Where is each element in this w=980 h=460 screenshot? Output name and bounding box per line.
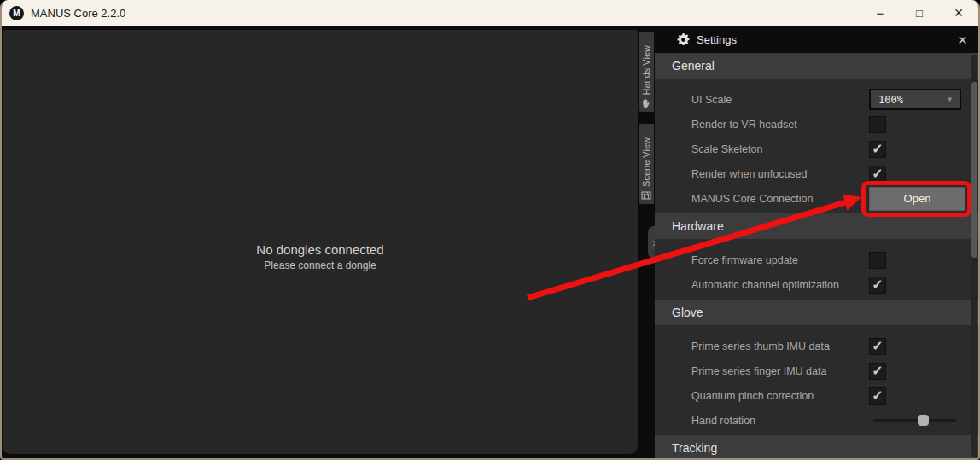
render-unfocused-checkbox[interactable] <box>869 166 886 183</box>
settings-title: Settings <box>697 33 737 46</box>
quantum-pinch-checkbox[interactable] <box>869 387 886 405</box>
no-dongles-message: No dongles connected <box>256 242 383 257</box>
row-scale-skeleton: Scale Skeleton <box>655 137 978 161</box>
settings-header: Settings × <box>655 26 978 53</box>
row-quantum-pinch: Quantum pinch correction <box>655 383 978 408</box>
row-label: Scale Skeleton <box>691 143 869 155</box>
section-header-tracking: Tracking <box>655 435 978 458</box>
main-viewport: No dongles connected Please connect a do… <box>3 30 638 454</box>
force-firmware-checkbox[interactable] <box>869 252 886 269</box>
core-connection-open-button[interactable]: Open <box>869 187 965 211</box>
finger-imu-checkbox[interactable] <box>869 363 886 380</box>
row-label: Prime series thumb IMU data <box>691 341 869 352</box>
app-window: M MANUS Core 2.2.0 − □ × No dongles conn… <box>0 0 980 460</box>
tab-scene-view-label: Scene View <box>641 137 651 187</box>
row-label: Prime series finger IMU data <box>691 365 869 377</box>
window-controls: − □ × <box>860 0 978 26</box>
connect-dongle-hint: Please connect a dongle <box>264 259 376 271</box>
row-thumb-imu: Prime series thumb IMU data <box>655 334 978 358</box>
settings-scrollbar[interactable] <box>971 55 977 457</box>
section-general-rows: UI Scale 100% Render to VR headset Scale… <box>655 79 978 213</box>
row-ui-scale: UI Scale 100% <box>655 87 978 112</box>
row-core-connection: MANUS Core Connection Open <box>655 186 978 211</box>
tab-hands-view[interactable]: Hands View <box>639 32 654 112</box>
row-label: MANUS Core Connection <box>691 193 869 205</box>
content-area: No dongles connected Please connect a do… <box>2 26 978 458</box>
gear-icon <box>677 33 690 46</box>
section-header-glove: Glove <box>655 300 978 325</box>
slider-thumb[interactable] <box>918 415 929 426</box>
ui-scale-value: 100% <box>878 94 903 106</box>
thumb-imu-checkbox[interactable] <box>869 338 886 355</box>
view-tabstrip: Hands View Scene View <box>639 32 654 216</box>
row-render-vr: Render to VR headset <box>655 112 978 137</box>
scrollbar-thumb[interactable] <box>971 82 977 258</box>
tab-hands-view-label: Hands View <box>641 45 651 96</box>
hand-icon <box>641 98 651 108</box>
row-auto-channel: Automatic channel optimization <box>655 272 978 297</box>
section-glove-rows: Prime series thumb IMU data Prime series… <box>655 325 978 435</box>
maximize-button[interactable]: □ <box>900 0 939 26</box>
close-window-button[interactable]: × <box>939 0 978 26</box>
row-label: Quantum pinch correction <box>691 390 869 402</box>
section-hardware-rows: Force firmware update Automatic channel … <box>655 239 978 300</box>
section-header-hardware: Hardware <box>655 213 978 239</box>
row-render-unfocused: Render when unfocused <box>655 161 978 186</box>
ui-scale-dropdown[interactable]: 100% <box>869 89 961 110</box>
row-finger-imu: Prime series finger IMU data <box>655 358 978 383</box>
manus-logo-icon: M <box>9 6 24 20</box>
window-title: MANUS Core 2.2.0 <box>31 7 125 20</box>
row-label: UI Scale <box>691 94 869 106</box>
section-header-general: General <box>655 53 978 79</box>
hand-rotation-slider[interactable] <box>873 415 956 427</box>
auto-channel-checkbox[interactable] <box>869 277 886 294</box>
row-label: Hand rotation <box>691 415 869 427</box>
row-label: Force firmware update <box>691 254 869 266</box>
scale-skeleton-checkbox[interactable] <box>869 141 886 158</box>
row-force-firmware: Force firmware update <box>655 247 978 272</box>
row-hand-rotation: Hand rotation <box>655 408 978 433</box>
render-vr-checkbox[interactable] <box>869 116 886 133</box>
settings-panel: Settings × General UI Scale 100% Render … <box>655 26 978 458</box>
row-label: Render when unfocused <box>691 168 869 180</box>
close-settings-icon[interactable]: × <box>958 32 967 48</box>
titlebar: M MANUS Core 2.2.0 − □ × <box>2 0 978 26</box>
scene-icon <box>641 190 651 201</box>
minimize-button[interactable]: − <box>860 0 900 26</box>
slider-track <box>873 419 956 422</box>
row-label: Render to VR headset <box>691 119 869 131</box>
tab-scene-view[interactable]: Scene View <box>639 124 654 204</box>
row-label: Automatic channel optimization <box>691 279 869 291</box>
